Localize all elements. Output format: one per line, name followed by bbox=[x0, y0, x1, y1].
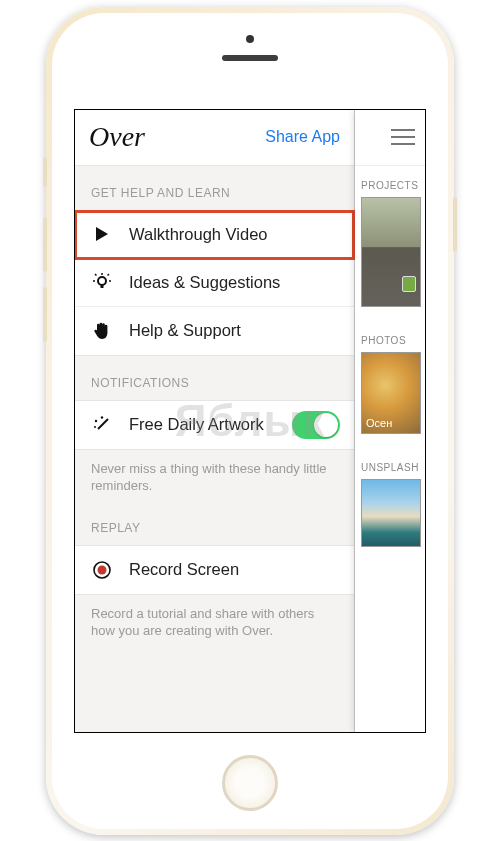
peek-label-projects: PROJECTS bbox=[355, 166, 425, 197]
svg-rect-2 bbox=[101, 285, 104, 288]
record-icon bbox=[89, 557, 115, 583]
menu-item-label: Record Screen bbox=[129, 560, 239, 579]
hamburger-icon[interactable] bbox=[391, 129, 415, 145]
notifications-desc: Never miss a thing with these handy litt… bbox=[75, 450, 354, 501]
power-button bbox=[453, 197, 457, 252]
hand-icon bbox=[89, 318, 115, 344]
project-thumbnail[interactable] bbox=[361, 197, 421, 307]
peek-header bbox=[355, 110, 425, 166]
peek-label-unsplash: UNSPLASH bbox=[355, 434, 425, 479]
main-content-peek: PROJECTS PHOTOS UNSPLASH bbox=[355, 110, 425, 732]
menu-item-help-support[interactable]: Help & Support bbox=[75, 307, 354, 355]
svg-marker-0 bbox=[96, 227, 108, 241]
mute-switch bbox=[43, 157, 47, 187]
replay-desc: Record a tutorial and share with others … bbox=[75, 595, 354, 646]
replay-item-group: Record Screen bbox=[75, 545, 354, 595]
drawer-header: Over Share App bbox=[75, 110, 354, 166]
svg-line-8 bbox=[98, 419, 108, 429]
toggle-free-daily-artwork[interactable] bbox=[292, 411, 340, 439]
svg-point-11 bbox=[94, 426, 96, 428]
menu-item-label: Walkthrough Video bbox=[129, 225, 268, 244]
svg-point-1 bbox=[98, 277, 106, 285]
menu-item-ideas-suggestions[interactable]: Ideas & Suggestions bbox=[75, 259, 354, 307]
speaker-grille bbox=[222, 55, 278, 61]
wand-icon bbox=[89, 412, 115, 438]
help-item-group: Walkthrough Video bbox=[75, 210, 354, 356]
peek-label-photos: PHOTOS bbox=[355, 307, 425, 352]
side-drawer: Over Share App GET HELP AND LEARN Walkth… bbox=[75, 110, 355, 732]
screen: Over Share App GET HELP AND LEARN Walkth… bbox=[74, 109, 426, 733]
section-label-replay: REPLAY bbox=[75, 501, 354, 545]
share-app-button[interactable]: Share App bbox=[265, 128, 340, 146]
volume-down bbox=[43, 287, 47, 342]
svg-line-7 bbox=[108, 274, 110, 276]
menu-item-walkthrough-video[interactable]: Walkthrough Video bbox=[75, 211, 354, 259]
unsplash-thumbnail[interactable] bbox=[361, 479, 421, 547]
svg-point-10 bbox=[101, 416, 103, 418]
photo-thumbnail[interactable] bbox=[361, 352, 421, 434]
menu-item-label: Free Daily Artwork bbox=[129, 415, 264, 434]
front-camera bbox=[246, 35, 254, 43]
menu-item-free-daily-artwork[interactable]: Free Daily Artwork bbox=[75, 401, 354, 449]
svg-line-6 bbox=[95, 274, 97, 276]
home-button[interactable] bbox=[222, 755, 278, 811]
svg-point-13 bbox=[98, 565, 107, 574]
section-label-help: GET HELP AND LEARN bbox=[75, 166, 354, 210]
svg-point-9 bbox=[95, 419, 97, 421]
section-label-notifications: NOTIFICATIONS bbox=[75, 356, 354, 400]
notifications-item-group: Free Daily Artwork bbox=[75, 400, 354, 450]
menu-item-label: Ideas & Suggestions bbox=[129, 273, 280, 292]
app-logo: Over bbox=[89, 121, 145, 153]
play-icon bbox=[89, 221, 115, 247]
lightbulb-icon bbox=[89, 269, 115, 295]
menu-item-record-screen[interactable]: Record Screen bbox=[75, 546, 354, 594]
volume-up bbox=[43, 217, 47, 272]
phone-frame: Over Share App GET HELP AND LEARN Walkth… bbox=[46, 7, 454, 835]
menu-item-label: Help & Support bbox=[129, 321, 241, 340]
